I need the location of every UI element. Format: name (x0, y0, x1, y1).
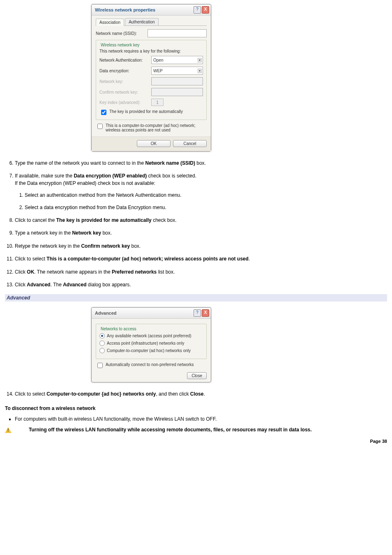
auto-connect-label: Automatically connect to non-preferred n… (106, 362, 194, 367)
page-footer: Page 38 (5, 439, 387, 444)
disconnect-list: For computers with built-in wireless LAN… (5, 416, 387, 422)
titlebar: Advanced ? X (92, 308, 211, 319)
confirm-label: Confirm network key: (99, 90, 149, 94)
list-item: Select a data encryption method from the… (25, 204, 387, 211)
list-item: Click to select This is a computer-to-co… (15, 256, 387, 263)
fieldset-intro: This network requires a key for the foll… (99, 49, 203, 53)
tab-association[interactable]: Association (96, 18, 124, 26)
list-item: Type a network key in the Network key bo… (15, 230, 387, 237)
list-item: Click to cancel the The key is provided … (15, 217, 387, 224)
index-label: Key index (advanced): (99, 100, 149, 105)
auth-select[interactable]: Open ▾ (151, 56, 203, 64)
warning-icon (5, 427, 12, 433)
enc-value: WEP (153, 69, 163, 73)
radio-adhoc-only[interactable]: Computer-to-computer (ad hoc) networks o… (99, 348, 203, 353)
cancel-button[interactable]: Cancel (173, 140, 207, 147)
warning-note: Turning off the wireless LAN functionali… (5, 427, 387, 433)
list-item: Type the name of the network you want to… (15, 160, 387, 167)
fieldset-legend: Wireless network key (99, 43, 141, 47)
confirm-input (151, 88, 203, 96)
networks-access-fieldset: Networks to access Any available network… (96, 324, 207, 359)
key-input (151, 77, 203, 85)
list-item: For computers with built-in wireless LAN… (15, 416, 387, 422)
list-item: Click to select Computer-to-computer {ad… (15, 391, 387, 398)
adhoc-checkbox[interactable] (97, 124, 103, 129)
advanced-heading: Advanced (5, 294, 387, 302)
instruction-list: Type the name of the network you want to… (5, 160, 387, 288)
advanced-dialog: Advanced ? X Networks to access Any avai… (91, 307, 211, 382)
chevron-down-icon: ▾ (198, 69, 202, 73)
list-item: Click OK. The network name appears in th… (15, 269, 387, 276)
tab-authentication[interactable]: Authentication (125, 18, 158, 25)
auth-label: Network Authentication: (99, 58, 149, 62)
auto-connect-checkbox[interactable] (97, 363, 103, 368)
close-icon[interactable]: X (202, 6, 209, 14)
help-icon[interactable]: ? (194, 309, 201, 317)
dialog-title: Advanced (95, 311, 117, 315)
close-button[interactable]: Close (187, 372, 207, 379)
enc-label: Data encryption: (99, 69, 149, 73)
radio-any-network[interactable]: Any available network (access point pref… (99, 333, 203, 339)
list-item: If available, make sure the Data encrypt… (15, 173, 387, 211)
disconnect-heading: To disconnect from a wireless network (5, 405, 387, 411)
dialog-title: Wireless network properties (95, 7, 155, 12)
ssid-input[interactable] (148, 29, 207, 37)
close-icon[interactable]: X (202, 309, 209, 317)
adhoc-label: This is a computer-to-computer (ad hoc) … (106, 123, 207, 132)
radio-infrastructure-only[interactable]: Access point (infrastructure) networks o… (99, 341, 203, 346)
auth-value: Open (153, 58, 163, 62)
index-spinner: 1 (151, 99, 164, 106)
key-label: Network key: (99, 79, 149, 84)
chevron-down-icon: ▾ (198, 58, 202, 62)
help-icon[interactable]: ? (194, 6, 201, 14)
list-item: Retype the network key in the Confirm ne… (15, 243, 387, 250)
titlebar: Wireless network properties ? X (92, 5, 211, 16)
ssid-label: Network name (SSID): (96, 31, 145, 36)
wireless-key-fieldset: Wireless network key This network requir… (96, 40, 207, 120)
auto-key-label: The key is provided for me automatically (109, 109, 183, 114)
instruction-list-continued: Click to select Computer-to-computer {ad… (5, 391, 387, 398)
auto-key-checkbox[interactable] (101, 110, 106, 115)
list-item: Click Advanced. The Advanced dialog box … (15, 281, 387, 288)
fieldset-legend: Networks to access (99, 327, 138, 331)
enc-select[interactable]: WEP ▾ (151, 67, 203, 75)
tabs: Association Authentication (96, 18, 207, 26)
wireless-properties-dialog: Wireless network properties ? X Associat… (91, 4, 211, 152)
ok-button[interactable]: OK (137, 140, 171, 147)
list-item: Select an authentication method from the… (25, 192, 387, 199)
